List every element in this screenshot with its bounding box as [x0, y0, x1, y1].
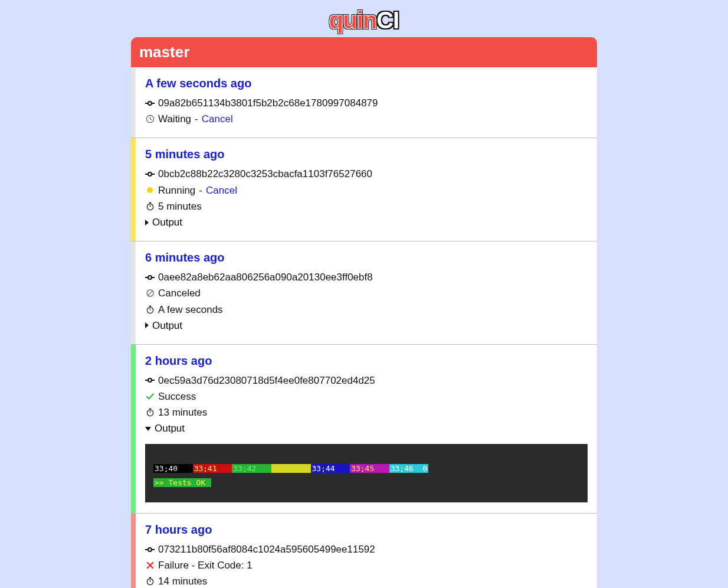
stopwatch-icon: [145, 305, 155, 314]
stopwatch-icon: [145, 577, 155, 586]
output-label: Output: [152, 318, 182, 334]
duration-text: A few seconds: [158, 302, 223, 318]
status-row: Failure - Exit Code: 1: [145, 557, 588, 573]
commit-row: 073211b80f56af8084c1024a595605499ee11592: [145, 541, 588, 557]
status-text: Running: [158, 182, 195, 198]
status-row: Canceled: [145, 285, 588, 301]
output-toggle[interactable]: Output: [145, 318, 588, 334]
status-text: Canceled: [158, 285, 201, 301]
status-bar: [131, 138, 136, 241]
job-time-link[interactable]: 2 hours ago: [145, 354, 588, 368]
caret-icon: [145, 322, 149, 328]
duration-row: 13 minutes: [145, 404, 588, 420]
commit-row: 0aee82a8eb62aa806256a090a20130ee3ff0ebf8: [145, 269, 588, 285]
commit-sha: 09a82b651134b3801f5b2b2c68e1780997084879: [158, 95, 378, 111]
dot-icon: [145, 185, 155, 195]
job-time-link[interactable]: 6 minutes ago: [145, 251, 588, 264]
job-card: 7 hours ago073211b80f56af8084c1024a59560…: [131, 514, 597, 588]
terminal-output: 33;40 33;41 33;42 33;44 33;45 33;46 0 >>…: [145, 444, 588, 502]
jobs-board: master A few seconds ago09a82b651134b380…: [131, 37, 597, 588]
status-row: Waiting - Cancel: [145, 111, 588, 127]
check-icon: [145, 392, 155, 401]
status-bar: [131, 345, 136, 513]
duration-row: A few seconds: [145, 302, 588, 318]
status-text: Waiting: [158, 111, 191, 127]
stopwatch-icon: [145, 201, 155, 211]
x-icon: [145, 561, 155, 570]
commit-icon: [145, 99, 155, 108]
commit-icon: [145, 545, 155, 554]
commit-sha: 0bcb2c88b22c3280c3253cbacfa1103f76527660: [158, 166, 372, 182]
commit-icon: [145, 169, 155, 179]
output-label: Output: [152, 214, 182, 230]
cancel-link[interactable]: Cancel: [202, 111, 233, 127]
caret-icon: [145, 427, 151, 431]
commit-row: 0ec59a3d76d23080718d5f4ee0fe807702ed4d25: [145, 373, 588, 388]
duration-text: 5 minutes: [158, 198, 202, 214]
commit-sha: 0aee82a8eb62aa806256a090a20130ee3ff0ebf8: [158, 269, 373, 285]
status-text: Success: [158, 388, 196, 404]
logo: quinCI: [131, 0, 597, 37]
duration-text: 13 minutes: [158, 404, 207, 420]
commit-sha: 073211b80f56af8084c1024a595605499ee11592: [158, 541, 375, 557]
duration-row: 5 minutes: [145, 198, 588, 214]
status-bar: [131, 67, 136, 138]
status-row: Running - Cancel: [145, 182, 588, 198]
status-row: Success: [145, 388, 588, 404]
job-card: 2 hours ago0ec59a3d76d23080718d5f4ee0fe8…: [131, 345, 597, 514]
job-card: 5 minutes ago0bcb2c88b22c3280c3253cbacfa…: [131, 138, 597, 241]
output-toggle[interactable]: Output33;40 33;41 33;42 33;44 33;45 33;4…: [145, 420, 588, 502]
commit-row: 09a82b651134b3801f5b2b2c68e1780997084879: [145, 95, 588, 111]
branch-header: master: [131, 37, 597, 67]
status-bar: [131, 241, 136, 344]
sep: -: [199, 182, 202, 198]
commit-icon: [145, 375, 155, 385]
job-card: A few seconds ago09a82b651134b3801f5b2b2…: [131, 67, 597, 138]
cancel-link[interactable]: Cancel: [206, 182, 237, 198]
ban-icon: [145, 289, 155, 298]
job-card: 6 minutes ago0aee82a8eb62aa806256a090a20…: [131, 241, 597, 345]
status-text: Failure - Exit Code: 1: [158, 557, 252, 573]
output-toggle[interactable]: Output: [145, 214, 588, 230]
output-label: Output: [155, 420, 185, 436]
commit-row: 0bcb2c88b22c3280c3253cbacfa1103f76527660: [145, 166, 588, 182]
sep: -: [195, 111, 198, 127]
duration-text: 14 minutes: [158, 573, 207, 588]
job-time-link[interactable]: 5 minutes ago: [145, 148, 588, 161]
clock-icon: [145, 115, 155, 124]
job-time-link[interactable]: 7 hours ago: [145, 523, 588, 537]
status-bar: [131, 514, 136, 588]
commit-sha: 0ec59a3d76d23080718d5f4ee0fe807702ed4d25: [158, 373, 375, 388]
job-time-link[interactable]: A few seconds ago: [145, 77, 588, 90]
commit-icon: [145, 273, 155, 282]
stopwatch-icon: [145, 408, 155, 417]
duration-row: 14 minutes: [145, 573, 588, 588]
caret-icon: [145, 220, 149, 226]
